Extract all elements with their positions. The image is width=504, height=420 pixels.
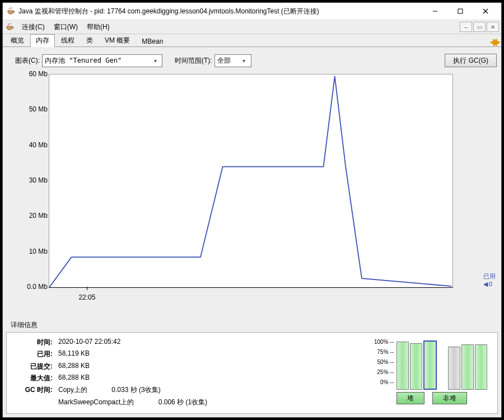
close-button[interactable] xyxy=(473,3,498,19)
tab-scroll-icon[interactable]: ◀▶ xyxy=(490,37,497,46)
tab-overview[interactable]: 概览 xyxy=(5,34,30,47)
tab-classes[interactable]: 类 xyxy=(81,34,99,47)
x-axis-line xyxy=(49,287,453,288)
legend-used: 已用 ◀0 xyxy=(483,272,496,288)
memory-toolbar: 图表(C): 内存池 "Tenured Gen" ▾ 时间范围(T): 全部 ▾… xyxy=(6,50,498,68)
x-tick-label: 22:05 xyxy=(78,293,95,301)
inner-restore-button[interactable]: ▭ xyxy=(473,22,486,32)
gc-button[interactable]: 执行 GC(G) xyxy=(445,54,497,67)
y-tick-label: 50 Mb xyxy=(6,105,48,113)
y-tick-label: 40 Mb xyxy=(6,141,48,149)
chevron-down-icon: ▾ xyxy=(240,58,249,64)
nonheap-group-button[interactable]: 非堆 xyxy=(432,392,467,404)
window-title: Java 监视和管理控制台 - pid: 17764 com.geekdiggi… xyxy=(18,7,422,16)
range-combo[interactable]: 全部 ▾ xyxy=(214,54,251,67)
memory-pool-bar[interactable] xyxy=(396,342,409,390)
minimize-button[interactable] xyxy=(422,3,447,19)
inner-close-button[interactable]: ✕ xyxy=(487,22,499,32)
maximize-button[interactable] xyxy=(447,3,473,19)
inner-minimize-button[interactable]: – xyxy=(460,22,472,32)
menu-help[interactable]: 帮助(H) xyxy=(82,21,114,33)
tab-threads[interactable]: 线程 xyxy=(55,34,80,47)
java-icon xyxy=(5,22,14,31)
details-section: 详细信息 时间:2020-10-07 22:05:42 已用:58,119 KB… xyxy=(6,318,498,414)
range-label: 时间范围(T): xyxy=(175,56,212,66)
y-tick-label: 0.0 Mb xyxy=(6,283,48,291)
tab-mbean[interactable]: MBean xyxy=(136,36,169,47)
chevron-down-icon: ▾ xyxy=(151,58,160,64)
legend-marker-icon: ◀ xyxy=(483,281,488,288)
barchart-yaxis: 100% --75% --50% --25% --0% -- xyxy=(374,337,394,388)
chart-label: 图表(C): xyxy=(15,56,40,66)
memory-pool-bar[interactable] xyxy=(410,343,422,390)
y-tick-label: 10 Mb xyxy=(6,248,48,255)
menu-window[interactable]: 窗口(W) xyxy=(49,21,82,33)
y-tick-label: 20 Mb xyxy=(6,212,48,220)
menu-connect[interactable]: 连接(C) xyxy=(17,21,49,33)
memory-pool-bar[interactable] xyxy=(448,347,460,390)
y-tick-label: 30 Mb xyxy=(6,176,48,184)
tab-vmsummary[interactable]: VM 概要 xyxy=(99,34,136,47)
details-header: 详细信息 xyxy=(6,318,498,332)
tabbar: 概览 内存 线程 类 VM 概要 MBean ◀▶ xyxy=(3,34,501,47)
chart-plot[interactable] xyxy=(49,74,453,288)
memory-chart: 0.0 Mb10 Mb20 Mb30 Mb40 Mb50 Mb60 Mb 22:… xyxy=(6,71,498,316)
heap-group-button[interactable]: 堆 xyxy=(396,392,424,404)
y-tick-label: 60 Mb xyxy=(6,71,48,78)
java-icon xyxy=(6,7,15,16)
menubar: 连接(C) 窗口(W) 帮助(H) – ▭ ✕ xyxy=(3,20,501,34)
jconsole-window: Java 监视和管理控制台 - pid: 17764 com.geekdiggi… xyxy=(2,2,502,418)
chart-combo[interactable]: 内存池 "Tenured Gen" ▾ xyxy=(42,54,162,67)
pool-barchart: 100% --75% --50% --25% --0% -- 堆 非堆 xyxy=(374,336,492,409)
details-table: 时间:2020-10-07 22:05:42 已用:58,119 KB 已提交:… xyxy=(12,336,211,409)
tab-memory[interactable]: 内存 xyxy=(30,34,55,47)
titlebar: Java 监视和管理控制台 - pid: 17764 com.geekdiggi… xyxy=(3,3,501,20)
memory-pool-bar[interactable] xyxy=(461,344,474,390)
memory-pool-bar[interactable] xyxy=(475,344,487,390)
svg-rect-1 xyxy=(458,9,463,13)
memory-pool-bar[interactable] xyxy=(423,340,437,390)
